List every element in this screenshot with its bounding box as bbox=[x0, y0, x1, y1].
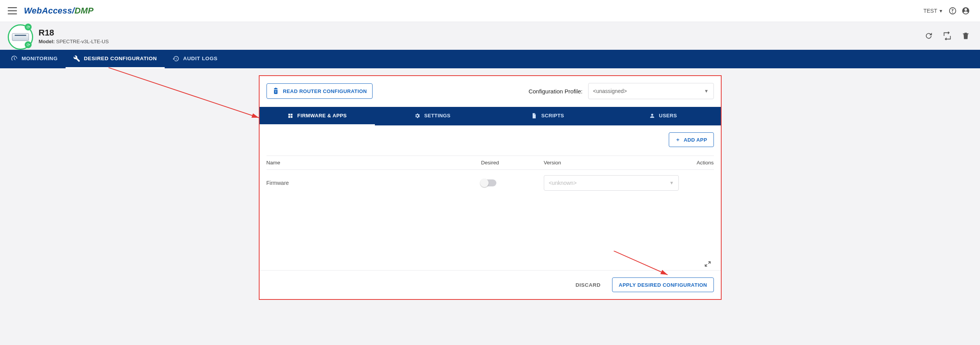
subtab-firmware-label: FIRMWARE & APPS bbox=[297, 113, 347, 118]
subtab-settings[interactable]: SETTINGS bbox=[375, 107, 490, 125]
config-profile-label: Configuration Profile: bbox=[528, 88, 582, 95]
status-badge-top: ⟳ bbox=[25, 24, 32, 30]
subtab-firmware-apps[interactable]: FIRMWARE & APPS bbox=[260, 107, 375, 125]
tab-audit-label: AUDIT LOGS bbox=[183, 56, 218, 61]
desired-config-panel: READ ROUTER CONFIGURATION Configuration … bbox=[259, 75, 722, 300]
annotation-arrow-1 bbox=[108, 68, 263, 122]
apps-icon bbox=[287, 113, 293, 119]
tab-audit-logs[interactable]: AUDIT LOGS bbox=[165, 50, 225, 68]
discard-button[interactable]: DISCARD bbox=[573, 282, 603, 288]
read-router-config-button[interactable]: READ ROUTER CONFIGURATION bbox=[267, 83, 373, 99]
plus-icon: ＋ bbox=[675, 136, 680, 143]
row-name: Firmware bbox=[267, 180, 481, 186]
user-icon bbox=[649, 113, 655, 119]
company-dropdown[interactable]: TEST ▾ bbox=[919, 5, 946, 16]
clipboard-icon bbox=[272, 88, 279, 95]
device-name: R18 bbox=[39, 28, 109, 38]
tab-desired-configuration[interactable]: DESIRED CONFIGURATION bbox=[66, 50, 165, 68]
version-select[interactable]: <unknown> ▼ bbox=[544, 175, 679, 191]
col-name: Name bbox=[267, 160, 481, 166]
subtab-settings-label: SETTINGS bbox=[424, 113, 450, 118]
read-router-config-label: READ ROUTER CONFIGURATION bbox=[283, 88, 367, 94]
device-info: R18 Model: SPECTRE-v3L-LTE-US bbox=[39, 28, 109, 44]
tab-desired-label: DESIRED CONFIGURATION bbox=[84, 56, 157, 61]
help-icon[interactable] bbox=[946, 4, 959, 17]
expand-icon[interactable] bbox=[704, 260, 712, 268]
company-name: TEST bbox=[923, 8, 937, 14]
account-icon[interactable] bbox=[959, 4, 972, 17]
table-header: Name Desired Version Actions bbox=[267, 156, 714, 170]
device-avatar: ⟳ ⟳ bbox=[8, 24, 31, 47]
col-version: Version bbox=[544, 160, 669, 166]
add-app-label: ADD APP bbox=[684, 137, 707, 143]
chevron-down-icon: ▼ bbox=[670, 180, 674, 186]
subtab-users-label: USERS bbox=[659, 113, 677, 118]
tab-monitoring[interactable]: MONITORING bbox=[3, 50, 66, 68]
subtab-scripts[interactable]: SCRIPTS bbox=[490, 107, 606, 125]
device-model-value: SPECTRE-v3L-LTE-US bbox=[56, 39, 109, 44]
page-tabs: MONITORING DESIRED CONFIGURATION AUDIT L… bbox=[0, 50, 980, 68]
table-row: Firmware <unknown> ▼ bbox=[267, 170, 714, 196]
trash-icon[interactable] bbox=[959, 29, 972, 42]
apply-desired-config-button[interactable]: APPLY DESIRED CONFIGURATION bbox=[612, 277, 713, 292]
chevron-down-icon: ▼ bbox=[704, 88, 709, 94]
device-model-label: Model: bbox=[39, 39, 55, 44]
brand-logo: WebAccess/DMP bbox=[24, 6, 94, 16]
svg-line-0 bbox=[108, 68, 259, 118]
status-badge-bottom: ⟳ bbox=[25, 41, 32, 48]
chevron-down-icon: ▾ bbox=[940, 8, 942, 14]
gear-icon bbox=[414, 113, 420, 119]
refresh-icon[interactable] bbox=[922, 29, 935, 42]
menu-button[interactable] bbox=[8, 6, 17, 15]
subtab-users[interactable]: USERS bbox=[606, 107, 721, 125]
col-desired: Desired bbox=[481, 160, 543, 166]
config-subtabs: FIRMWARE & APPS SETTINGS SCRIPTS USERS bbox=[260, 107, 721, 125]
config-profile-value: <unassigned> bbox=[593, 88, 627, 94]
device-sync-icon[interactable] bbox=[941, 29, 954, 42]
col-actions: Actions bbox=[669, 160, 713, 166]
document-icon bbox=[531, 113, 537, 119]
desired-toggle[interactable] bbox=[481, 179, 496, 186]
add-app-button[interactable]: ＋ ADD APP bbox=[669, 132, 713, 147]
config-profile-select[interactable]: <unassigned> ▼ bbox=[588, 83, 714, 99]
tab-monitoring-label: MONITORING bbox=[22, 56, 58, 61]
subtab-scripts-label: SCRIPTS bbox=[541, 113, 564, 118]
version-placeholder: <unknown> bbox=[549, 180, 577, 186]
